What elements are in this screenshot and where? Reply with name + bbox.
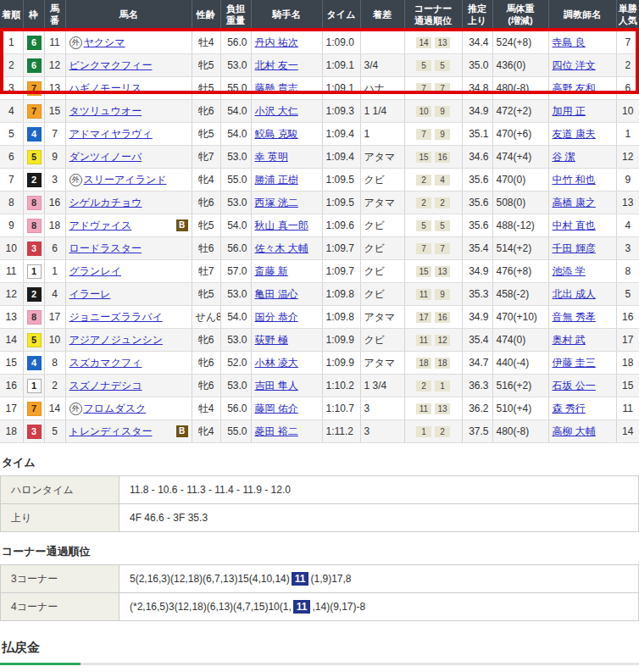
horse-name-link[interactable]: タツリュウオー	[69, 105, 142, 117]
horse-weight: 470(0)	[492, 169, 548, 192]
jockey-link[interactable]: 藤岡 佑介	[255, 403, 298, 414]
table-row: 4 7 15 タツリュウオー 牝6 54.0 小沢 大仁 1:09.3 1 1/…	[0, 100, 639, 123]
jockey-link[interactable]: 亀田 温心	[255, 288, 298, 300]
table-row: 7 2 3 外スリーアイランド 牝4 55.0 勝浦 正樹 1:09.5 クビ …	[0, 169, 639, 192]
horse-number: 13	[44, 77, 65, 100]
corner4-position: 13	[435, 403, 450, 414]
jockey-link[interactable]: 小沢 大仁	[255, 105, 298, 117]
finish-position: 8	[0, 192, 23, 214]
trainer-link[interactable]: 友道 康夫	[553, 128, 596, 140]
finish-position: 1	[0, 31, 23, 54]
horse-name-link[interactable]: ヤクシマ	[84, 36, 125, 48]
jockey-link[interactable]: 秋山 真一郎	[255, 219, 308, 231]
finish-time: 1:09.5	[322, 169, 360, 192]
jockey-link[interactable]: 国分 恭介	[255, 311, 298, 323]
trainer-link[interactable]: 奥村 武	[553, 334, 586, 346]
last3f-time: 34.9	[462, 260, 492, 283]
finish-position: 9	[0, 214, 23, 237]
trainer-link[interactable]: 石坂 公一	[553, 380, 596, 392]
horse-name-link[interactable]: ダンツイノーバ	[69, 151, 142, 163]
trainer-link[interactable]: 高柳 大輔	[553, 425, 596, 437]
jockey-link[interactable]: 北村 友一	[255, 59, 298, 71]
horse-name-link[interactable]: アドヴァイス	[69, 219, 132, 231]
trainer-link[interactable]: 高野 友和	[553, 82, 596, 94]
trainer-link[interactable]: 池添 学	[553, 265, 586, 277]
corner4-position: 18	[435, 358, 450, 369]
horse-name-link[interactable]: アドマイヤラヴィ	[69, 128, 153, 140]
corner3-position: 11	[416, 335, 431, 346]
horse-number: 4	[44, 283, 65, 306]
last3f-time: 35.0	[462, 54, 492, 77]
jockey-link[interactable]: 藤懸 貴志	[255, 82, 298, 94]
horse-number: 16	[44, 192, 65, 214]
finish-time: 1:09.8	[322, 306, 360, 329]
corner3-position: 5	[416, 60, 431, 71]
trainer-link[interactable]: 高橋 康之	[553, 197, 596, 208]
jockey-link[interactable]: 勝浦 正樹	[255, 174, 298, 186]
carried-weight: 54.0	[220, 306, 251, 329]
frame-badge: 8	[27, 310, 42, 325]
horse-name-link[interactable]: スリーアイランド	[84, 174, 167, 186]
trainer-link[interactable]: 伊藤 圭三	[553, 357, 596, 369]
horse-name-link[interactable]: イラーレ	[69, 288, 111, 300]
sex-age: 牝6	[192, 192, 220, 214]
horse-name-link[interactable]: ジョニーズララバイ	[69, 311, 163, 323]
horse-name-link[interactable]: シゲルカチョウ	[69, 197, 142, 208]
horse-weight: 480(-8)	[492, 420, 548, 443]
jockey-link[interactable]: 丹内 祐次	[255, 36, 298, 48]
race-results-section: 着順 枠 馬 番 馬名 性齢 負担 重量 騎手名 タイム 着差 コーナー 通過順…	[0, 0, 639, 443]
horse-name-link[interactable]: ロードラスター	[69, 242, 142, 254]
win-popularity: 12	[616, 146, 639, 169]
horse-name-link[interactable]: スズカマクフィ	[69, 357, 142, 369]
corner3-position: 1	[416, 426, 431, 437]
jockey-link[interactable]: 吉田 隼人	[255, 380, 298, 392]
margin: クビ	[360, 169, 404, 192]
finish-time: 1:09.1	[322, 77, 360, 100]
horse-name-link[interactable]: トレンディスター	[69, 425, 153, 437]
corner4-position: 16	[435, 312, 450, 323]
jockey-link[interactable]: 佐々木 大輔	[255, 242, 308, 254]
col-header-last3f: 推定 上り	[462, 0, 492, 31]
trainer-link[interactable]: 音無 秀孝	[553, 311, 596, 323]
trainer-link[interactable]: 加用 正	[553, 105, 586, 117]
jockey-link[interactable]: 幸 英明	[255, 151, 288, 163]
last3f-time: 36.2	[462, 397, 492, 420]
sex-age: 牡5	[192, 77, 220, 100]
horse-name-link[interactable]: ハギノモーリス	[69, 82, 142, 94]
trainer-link[interactable]: 中村 直也	[553, 219, 596, 231]
carried-weight: 53.0	[220, 146, 251, 169]
finish-time: 1:09.7	[322, 237, 360, 260]
corner4-position: 1	[435, 380, 450, 392]
horse-name-link[interactable]: スズノナデシコ	[69, 380, 142, 392]
jockey-link[interactable]: 菱田 裕二	[255, 425, 298, 437]
trainer-link[interactable]: 寺島 良	[553, 36, 586, 48]
jockey-link[interactable]: 斎藤 新	[255, 265, 288, 277]
trainer-link[interactable]: 北出 成人	[553, 288, 596, 300]
margin: クビ	[360, 214, 404, 237]
trainer-link[interactable]: 四位 洋文	[553, 59, 596, 71]
horse-name-link[interactable]: アジアノジュンシン	[69, 334, 164, 346]
win-popularity: 2	[616, 54, 639, 77]
horse-name-link[interactable]: グランレイ	[69, 265, 121, 277]
last3f-time: 35.4	[462, 329, 492, 352]
jockey-link[interactable]: 小林 凌大	[255, 357, 298, 369]
jockey-link[interactable]: 鮫島 克駿	[255, 128, 298, 140]
trainer-link[interactable]: 中竹 和也	[553, 174, 596, 186]
win-popularity: 15	[616, 375, 639, 397]
win-popularity: 8	[616, 260, 639, 283]
finish-position: 17	[0, 397, 23, 420]
sex-age: 牝5	[192, 123, 220, 146]
jockey-link[interactable]: 荻野 極	[255, 334, 288, 346]
frame-badge: 5	[27, 333, 42, 347]
trainer-link[interactable]: 森 秀行	[553, 403, 586, 414]
carried-weight: 55.0	[220, 169, 251, 192]
horse-name-link[interactable]: ピンクマクフィー	[69, 59, 153, 71]
finish-time: 1:09.5	[322, 192, 360, 214]
trainer-link[interactable]: 谷 潔	[553, 151, 575, 163]
win-popularity: 16	[616, 306, 639, 329]
horse-name-link[interactable]: フロムダスク	[84, 403, 147, 414]
finish-position: 3	[0, 77, 23, 100]
table-row: 8 8 16 シゲルカチョウ 牝6 53.0 西塚 洸二 1:09.5 アタマ …	[0, 192, 639, 214]
jockey-link[interactable]: 西塚 洸二	[255, 197, 298, 208]
trainer-link[interactable]: 千田 輝彦	[553, 242, 596, 254]
